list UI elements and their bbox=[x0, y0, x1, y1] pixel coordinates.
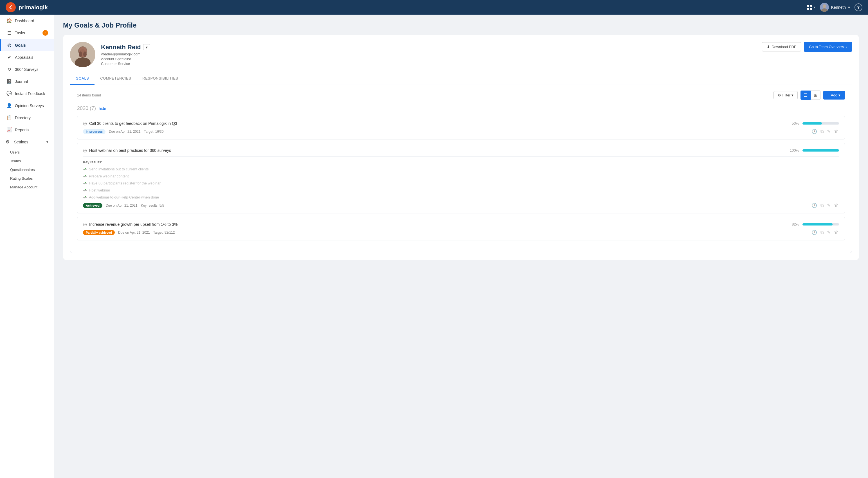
key-result-item: ✔ Add webinar to our Help Center when do… bbox=[83, 195, 839, 200]
sidebar-item-directory[interactable]: 📋 Directory bbox=[0, 111, 54, 124]
goal-footer: Achieved Due on Apr. 21, 2021 Key result… bbox=[83, 202, 839, 209]
goal-target-icon: ◎ bbox=[83, 222, 87, 227]
sidebar-item-journal[interactable]: 📓 Journal bbox=[0, 75, 54, 88]
tasks-icon: ☰ bbox=[6, 30, 12, 36]
opinion-icon: 👤 bbox=[6, 103, 12, 108]
sidebar-item-tasks[interactable]: ☰ Tasks 2 bbox=[0, 27, 54, 39]
goal-item: ◎ Call 30 clients to get feedback on Pri… bbox=[77, 116, 845, 139]
user-menu[interactable]: Kenneth ▾ bbox=[820, 3, 850, 12]
check-icon: ✔ bbox=[83, 195, 87, 200]
due-date: Due on Apr. 21, 2021 bbox=[106, 203, 137, 208]
view-toggle: ☰ ⊞ bbox=[801, 91, 820, 100]
download-pdf-button[interactable]: ⬇ Download PDF bbox=[762, 42, 801, 52]
sidebar-item-reports[interactable]: 📈 Reports bbox=[0, 124, 54, 136]
history-icon[interactable]: 🕐 bbox=[811, 202, 818, 209]
tab-competencies[interactable]: COMPETENCIES bbox=[94, 73, 137, 85]
edit-icon[interactable]: ✎ bbox=[826, 229, 831, 235]
svg-point-11 bbox=[79, 52, 82, 57]
view-list-button[interactable]: ☰ bbox=[801, 91, 811, 100]
profile-avatar bbox=[70, 42, 95, 67]
settings-chevron: ▾ bbox=[46, 140, 48, 144]
sidebar-item-manage-account[interactable]: Manage Account bbox=[4, 183, 54, 191]
key-results-count: Key results: 5/5 bbox=[141, 203, 164, 208]
target: Target: 92/112 bbox=[153, 230, 175, 234]
filter-chevron: ▾ bbox=[792, 93, 794, 97]
items-count: 14 items found bbox=[77, 93, 101, 97]
profile-left: Kenneth Reid ▾ vbader@primalogik.com Acc… bbox=[70, 42, 150, 67]
sidebar-item-dashboard[interactable]: 🏠 Dashboard bbox=[0, 14, 54, 27]
history-icon[interactable]: 🕐 bbox=[811, 229, 818, 235]
user-dropdown-icon: ▾ bbox=[848, 5, 850, 9]
profile-email: vbader@primalogik.com bbox=[101, 52, 150, 56]
copy-icon[interactable]: ⧉ bbox=[820, 128, 824, 135]
sidebar-item-appraisals[interactable]: ✔ Appraisals bbox=[0, 51, 54, 63]
main-content: My Goals & Job Profile bbox=[54, 14, 868, 478]
check-icon: ✔ bbox=[83, 181, 87, 186]
team-overview-button[interactable]: Go to Team Overview › bbox=[804, 42, 852, 52]
view-grid-button[interactable]: ⊞ bbox=[811, 91, 820, 100]
goal-title: ◎ Call 30 clients to get feedback on Pri… bbox=[83, 121, 177, 126]
year-header: 2020 (7) hide bbox=[77, 105, 845, 111]
grid-icon[interactable]: ▾ bbox=[807, 4, 815, 10]
delete-icon[interactable]: 🗑 bbox=[833, 128, 839, 135]
progress-fill bbox=[803, 149, 839, 152]
journal-icon: 📓 bbox=[6, 79, 12, 84]
filter-button[interactable]: ⚙ Filter ▾ bbox=[774, 91, 798, 99]
appraisals-icon: ✔ bbox=[6, 55, 12, 60]
sidebar-item-users[interactable]: Users bbox=[4, 148, 54, 157]
download-icon: ⬇ bbox=[767, 45, 770, 49]
check-icon: ✔ bbox=[83, 188, 87, 193]
goals-toolbar: 14 items found ⚙ Filter ▾ ☰ ⊞ + Add ▾ bbox=[77, 91, 845, 100]
hide-link[interactable]: hide bbox=[99, 106, 106, 111]
goal-footer: In progress Due on Apr. 21, 2021 Target:… bbox=[83, 128, 839, 135]
svg-rect-2 bbox=[807, 8, 809, 10]
goal-meta: Achieved Due on Apr. 21, 2021 Key result… bbox=[83, 203, 164, 208]
goal-meta: Partially achieved Due on Apr. 21, 2021 … bbox=[83, 230, 175, 235]
sidebar-item-rating-scales[interactable]: Rating Scales bbox=[4, 174, 54, 183]
arrow-right-icon: › bbox=[846, 45, 847, 49]
copy-icon[interactable]: ⧉ bbox=[820, 202, 824, 209]
sidebar-item-questionnaires[interactable]: Questionnaires bbox=[4, 165, 54, 174]
profile-card: Kenneth Reid ▾ vbader@primalogik.com Acc… bbox=[63, 35, 859, 260]
goal-progress: 53% bbox=[789, 121, 839, 125]
history-icon[interactable]: 🕐 bbox=[811, 128, 818, 135]
sidebar-item-instant-feedback[interactable]: 💬 Instant Feedback bbox=[0, 88, 54, 99]
svg-point-4 bbox=[823, 4, 826, 8]
profile-name: Kenneth Reid ▾ bbox=[101, 43, 150, 51]
directory-icon: 📋 bbox=[6, 115, 12, 120]
top-navigation: primalogik ▾ Kenneth ▾ ? bbox=[0, 0, 868, 14]
tab-goals[interactable]: GOALS bbox=[70, 73, 94, 85]
add-button[interactable]: + Add ▾ bbox=[823, 91, 845, 99]
topnav-right: ▾ Kenneth ▾ ? bbox=[807, 3, 862, 12]
edit-icon[interactable]: ✎ bbox=[826, 202, 831, 209]
profile-info: Kenneth Reid ▾ vbader@primalogik.com Acc… bbox=[101, 43, 150, 66]
copy-icon[interactable]: ⧉ bbox=[820, 229, 824, 235]
goals-content: 14 items found ⚙ Filter ▾ ☰ ⊞ + Add ▾ bbox=[70, 85, 852, 253]
help-button[interactable]: ? bbox=[855, 3, 862, 11]
settings-toggle[interactable]: ⚙ Settings ▾ bbox=[0, 136, 54, 148]
profile-dropdown-button[interactable]: ▾ bbox=[143, 44, 150, 50]
profile-header: Kenneth Reid ▾ vbader@primalogik.com Acc… bbox=[70, 42, 852, 67]
page-title: My Goals & Job Profile bbox=[63, 21, 859, 29]
filter-icon: ⚙ bbox=[778, 93, 781, 97]
edit-icon[interactable]: ✎ bbox=[826, 128, 831, 135]
sidebar-item-360surveys[interactable]: ↺ 360° Surveys bbox=[0, 63, 54, 75]
feedback-icon: 💬 bbox=[6, 91, 12, 96]
main-inner: My Goals & Job Profile bbox=[54, 14, 868, 267]
goal-footer: Partially achieved Due on Apr. 21, 2021 … bbox=[83, 229, 839, 235]
profile-department: Customer Service bbox=[101, 62, 150, 66]
delete-icon[interactable]: 🗑 bbox=[833, 229, 839, 235]
sidebar-item-goals[interactable]: ◎ Goals bbox=[0, 39, 54, 51]
sidebar-item-opinion-surveys[interactable]: 👤 Opinion Surveys bbox=[0, 99, 54, 111]
profile-role: Account Specialist bbox=[101, 57, 150, 61]
check-icon: ✔ bbox=[83, 173, 87, 179]
status-badge: Achieved bbox=[83, 203, 102, 208]
sidebar-item-teams[interactable]: Teams bbox=[4, 157, 54, 165]
progress-bar bbox=[803, 223, 839, 225]
goal-main: ◎ Call 30 clients to get feedback on Pri… bbox=[83, 121, 839, 126]
logo-icon[interactable] bbox=[6, 2, 16, 12]
tab-responsibilities[interactable]: RESPONSIBILITIES bbox=[137, 73, 184, 85]
goal-actions: 🕐 ⧉ ✎ 🗑 bbox=[811, 229, 839, 235]
delete-icon[interactable]: 🗑 bbox=[833, 202, 839, 209]
settings-submenu: Users Teams Questionnaires Rating Scales… bbox=[0, 148, 54, 191]
